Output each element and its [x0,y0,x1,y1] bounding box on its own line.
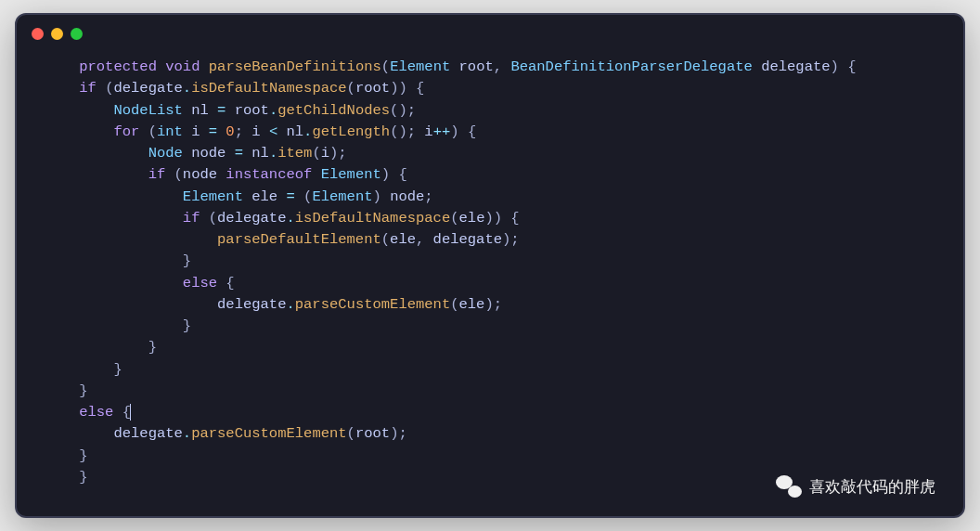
code-line: parseDefaultElement(ele, delegate); [45,231,520,248]
code-line: else { [45,275,235,291]
text-cursor [130,404,131,421]
code-line: } [45,447,88,464]
code-line: } [45,361,122,378]
code-block: protected void parseBeanDefinitions(Elem… [17,47,963,516]
maximize-button[interactable] [71,28,83,40]
wechat-icon [776,475,802,498]
code-window: protected void parseBeanDefinitions(Elem… [15,13,965,518]
code-line: } [45,339,157,356]
code-line: } [45,469,88,486]
code-line: if (delegate.isDefaultNamespace(ele)) { [45,210,520,227]
watermark: 喜欢敲代码的胖虎 [776,475,935,498]
code-line: Node node = nl.item(i); [45,145,347,162]
code-line: NodeList nl = root.getChildNodes(); [45,102,416,119]
watermark-text: 喜欢敲代码的胖虎 [809,476,935,498]
code-line: if (delegate.isDefaultNamespace(root)) { [45,80,424,97]
code-line: if (node instanceof Element) { [45,166,407,183]
minimize-button[interactable] [51,28,63,40]
code-line: for (int i = 0; i < nl.getLength(); i++)… [45,123,476,140]
window-titlebar [17,15,963,47]
code-line: } [45,253,191,269]
code-line: delegate.parseCustomElement(root); [45,425,407,442]
code-line: } [45,317,191,334]
code-line: } [45,382,88,399]
code-line: Element ele = (Element) node; [45,188,433,205]
code-line: else { [45,404,131,421]
code-line: delegate.parseCustomElement(ele); [45,296,502,313]
close-button[interactable] [32,28,44,40]
code-line: protected void parseBeanDefinitions(Elem… [45,58,856,75]
